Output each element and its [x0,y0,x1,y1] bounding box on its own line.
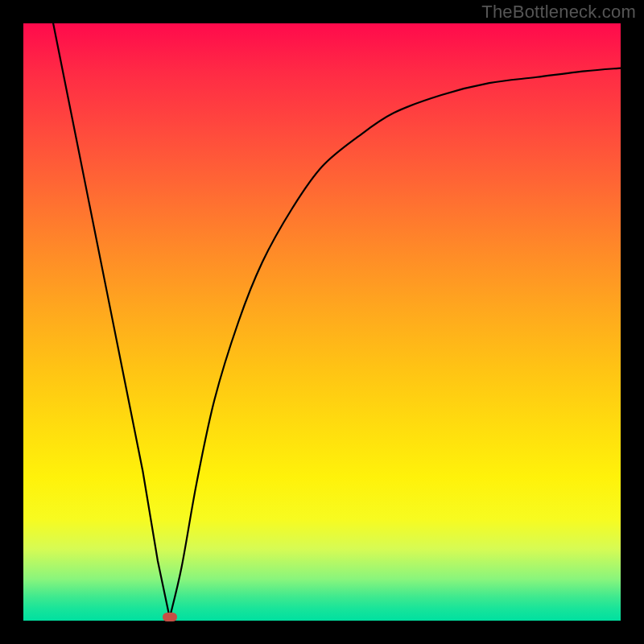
plot-area [23,23,621,621]
watermark-text: TheBottleneck.com [481,2,636,23]
bottleneck-curve [53,23,621,617]
chart-frame: TheBottleneck.com [0,0,644,644]
curve-layer [23,23,621,621]
optimum-marker [163,613,177,621]
